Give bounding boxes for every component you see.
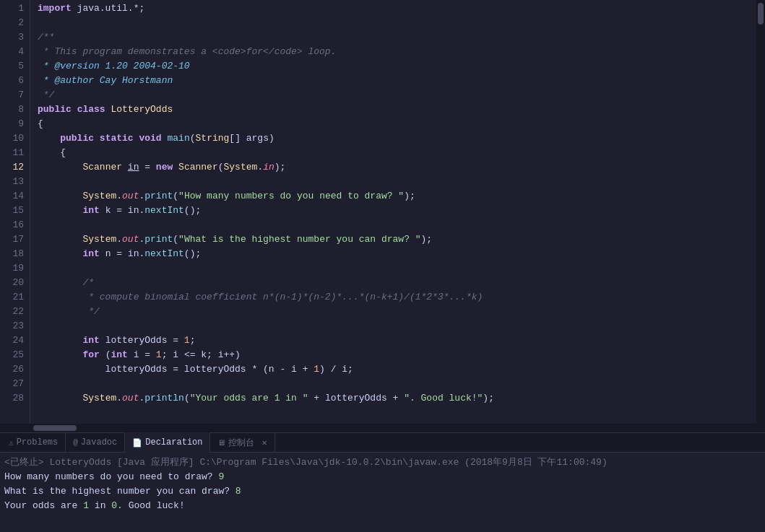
tab-declaration[interactable]: 📄Declaration — [125, 432, 210, 453]
line-numbers: 1234567891011121314151617181920212223242… — [0, 0, 30, 424]
line-number-28: 28 — [0, 391, 24, 406]
scrollbar-v-thumb[interactable] — [758, 3, 764, 25]
token: . — [116, 234, 122, 245]
line-number-25: 25 — [0, 348, 24, 362]
code-content[interactable]: import java.util.*; /** * This program d… — [30, 0, 756, 424]
token: */ — [88, 306, 100, 317]
console-tab-label: 控制台 — [228, 437, 254, 449]
token: ( — [100, 349, 111, 360]
token — [122, 162, 128, 173]
token: i = — [128, 349, 156, 360]
line-number-21: 21 — [0, 290, 24, 305]
scrollbar-h-thumb[interactable] — [33, 425, 77, 431]
code-line-8: public class LotteryOdds — [38, 103, 756, 117]
javadoc-tab-label: Javadoc — [81, 437, 117, 448]
token: ( — [173, 191, 178, 201]
token: Scanner — [82, 162, 122, 173]
token: * @author Cay Horstmann — [38, 75, 173, 86]
token — [38, 191, 82, 201]
code-line-17: System.out.print("What is the highest nu… — [38, 232, 756, 247]
token: "What is the highest number you can draw… — [178, 234, 420, 245]
line-number-22: 22 — [0, 305, 24, 319]
code-line-6: * @author Cay Horstmann — [38, 74, 756, 88]
line-number-12: 12 — [0, 160, 24, 175]
token: java.util.*; — [72, 3, 144, 14]
token: { — [38, 147, 66, 158]
line-number-10: 10 — [0, 131, 24, 146]
line-number-9: 9 — [0, 117, 24, 131]
token — [38, 349, 82, 360]
token: * This program demonstrates a <code>for<… — [38, 46, 336, 57]
token — [38, 205, 82, 216]
token: n = in. — [100, 248, 144, 259]
token: k = in. — [100, 205, 144, 216]
token: in — [128, 162, 139, 173]
console-tab-close[interactable]: ✕ — [262, 437, 267, 448]
code-line-27 — [38, 377, 756, 391]
tab-javadoc[interactable]: @Javadoc — [66, 432, 125, 453]
token: out — [122, 191, 139, 201]
line-number-16: 16 — [0, 218, 24, 232]
line-number-20: 20 — [0, 276, 24, 290]
token: 1 — [184, 335, 190, 346]
line-number-13: 13 — [0, 175, 24, 189]
code-line-15: int k = in.nextInt(); — [38, 204, 756, 218]
code-line-13 — [38, 175, 756, 189]
code-line-3: /** — [38, 30, 756, 45]
token: = — [139, 162, 155, 173]
token: * compute binomial coefficient n*(n-1)*(… — [88, 292, 483, 302]
tab-problems[interactable]: ⚠Problems — [1, 432, 66, 453]
token: 1 — [314, 364, 319, 375]
token: . — [116, 393, 122, 404]
console-text: Your odds are — [4, 500, 83, 511]
token: lotteryOdds = lotteryOdds * (n - i + — [38, 364, 314, 375]
token — [38, 133, 60, 144]
line-number-4: 4 — [0, 45, 24, 59]
line-number-23: 23 — [0, 319, 24, 333]
line-number-19: 19 — [0, 261, 24, 276]
token: System — [82, 191, 116, 201]
token: print — [144, 191, 173, 201]
token: static — [100, 133, 134, 144]
token: * @version 1.20 2004-02-10 — [38, 61, 190, 71]
console-output-line: Your odds are 1 in 0. Good luck! — [4, 499, 761, 513]
vertical-scrollbar[interactable] — [756, 0, 765, 432]
console-value: 9 — [218, 471, 224, 482]
console-value: 0 — [111, 500, 117, 511]
token: ( — [190, 133, 196, 144]
code-line-19 — [38, 261, 756, 276]
line-number-26: 26 — [0, 362, 24, 377]
tab-console[interactable]: 🖥控制台✕ — [210, 432, 275, 453]
token: ); — [483, 393, 494, 404]
line-number-7: 7 — [0, 88, 24, 103]
token: ) / i; — [319, 364, 353, 375]
console-text: How many numbers do you need to draw? — [4, 471, 218, 482]
token — [38, 292, 88, 302]
token — [38, 248, 82, 259]
token: new — [156, 162, 173, 173]
code-container[interactable]: 1234567891011121314151617181920212223242… — [0, 0, 756, 424]
line-number-18: 18 — [0, 247, 24, 261]
token: println — [144, 393, 184, 404]
token: ; — [190, 335, 196, 346]
token: { — [38, 118, 43, 129]
token: int — [82, 205, 99, 216]
horizontal-scrollbar[interactable] — [0, 424, 756, 432]
token: print — [144, 234, 173, 245]
code-line-24: int lotteryOdds = 1; — [38, 333, 756, 348]
code-line-25: for (int i = 1; i <= k; i++) — [38, 348, 756, 362]
line-number-3: 3 — [0, 30, 24, 45]
token: for — [82, 349, 99, 360]
token: String — [196, 133, 230, 144]
code-line-20: /* — [38, 276, 756, 290]
line-number-14: 14 — [0, 189, 24, 204]
console-value: 8 — [235, 486, 241, 497]
line-number-24: 24 — [0, 333, 24, 348]
problems-tab-label: Problems — [17, 437, 59, 448]
line-number-2: 2 — [0, 16, 24, 30]
javadoc-tab-icon: @ — [73, 438, 78, 447]
token: System — [82, 234, 116, 245]
token — [72, 104, 77, 115]
console-tab-icon: 🖥 — [217, 438, 225, 448]
token: void — [139, 133, 161, 144]
